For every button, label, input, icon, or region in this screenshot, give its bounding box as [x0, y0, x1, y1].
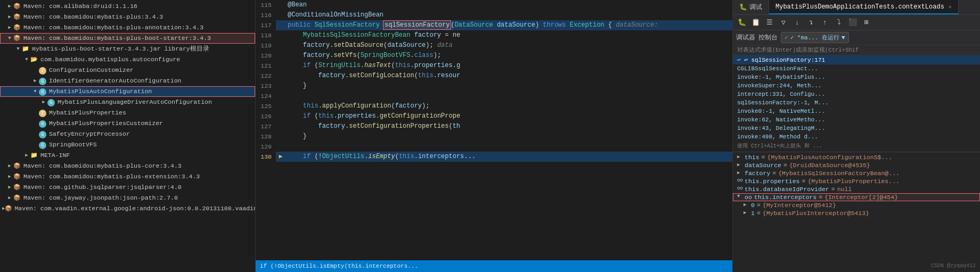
debug-tab-debugger[interactable]: 🐛 调试 — [733, 0, 769, 14]
expand-arrow: ▶ — [737, 154, 742, 160]
expand-arrow: oo — [737, 178, 742, 183]
var-val: {Interceptor[2]@454} — [824, 194, 898, 201]
bottom-bar-text: if (!ObjectUtils.isEmpty(this.intercepto… — [260, 263, 418, 269]
line-content-123: } — [285, 81, 307, 91]
var-item-factory[interactable]: ▶ factory = {MybatisSqlSessionFactoryBea… — [733, 169, 980, 177]
call-back-icon: ↩ — [737, 57, 741, 63]
debug-tab-label: 调试 — [749, 3, 762, 12]
vars-panel: ▶ this = {MybatisPlusAutoConfigurationS$… — [733, 153, 980, 272]
call-stack-active[interactable]: ↩ ↩ sqlSessionFactory:171 — [733, 55, 980, 64]
step-into-icon: ↴ — [809, 18, 813, 27]
tree-item-druid[interactable]: ▶ 📦 Maven: com.alibaba:druid:1.1.16 — [0, 1, 255, 12]
call-item-1[interactable]: invoke:-1, MybatisPlus... — [733, 73, 980, 81]
call-item-4[interactable]: sqlSessionFactory:-1, M... — [733, 98, 980, 107]
debug-btn-console[interactable]: 📋 — [750, 17, 762, 28]
tree-item-mybatis-annotation[interactable]: ▶ 📦 Maven: com.baomidou:mybatis-plus-ann… — [0, 22, 255, 33]
tree-item-mybatis-plus[interactable]: ▶ 📦 Maven: com.baomidou:mybatis-plus:3.4… — [0, 12, 255, 22]
debug-btn-run-to[interactable]: ⤵ — [833, 17, 845, 28]
tree-item-extension[interactable]: ▶ 📦 Maven: com.baomidou:mybatis-plus-ext… — [0, 171, 255, 182]
debug-btn-step-out[interactable]: ↑ — [819, 17, 831, 28]
line-content-115: @Bean — [285, 0, 307, 10]
var-name: 0 — [751, 202, 755, 209]
tree-item-jsonpath[interactable]: ▶ 📦 Maven: com.jayway.jsonpath:json-path… — [0, 193, 255, 203]
tree-item-id-generator[interactable]: ▶ G IdentifierGeneratorAutoConfiguration — [0, 76, 255, 86]
var-name: factory — [745, 170, 770, 177]
maven-icon: 📦 — [13, 162, 21, 170]
var-eq: = — [831, 186, 835, 193]
code-line-124: 124 — [256, 91, 732, 101]
line-number: 118 — [256, 30, 276, 40]
call-item-7[interactable]: invoke:43, DelegatingM... — [733, 124, 980, 133]
var-item-dbprovider[interactable]: oo this.databaseIdProvider = null — [733, 185, 980, 193]
line-number: 120 — [256, 51, 276, 61]
tree-arrow: ▼ — [23, 55, 30, 64]
var-val: {MybatisPlusProperties... — [807, 178, 900, 185]
debugger-label: 调试器 — [736, 34, 755, 42]
call-item-0[interactable]: CGLIBSsqlSessionFact... — [733, 64, 980, 73]
line-number: 128 — [256, 131, 276, 142]
debug-btn-debug[interactable]: 🐛 — [736, 17, 748, 28]
tree-item-jsqlparser[interactable]: ▶ 📦 Maven: com.github.jsqlparser:jsqlpar… — [0, 182, 255, 193]
tree-arrow: ▼ — [6, 34, 13, 43]
debug-btn-step-over[interactable]: ↓ — [791, 17, 803, 28]
line-number: 124 — [256, 91, 276, 101]
debug-btn-step-into[interactable]: ↴ — [805, 17, 817, 28]
call-item-0-text: CGLIBSsqlSessionFact... — [737, 65, 818, 72]
tree-item-jar[interactable]: ▼ 📁 mybatis-plus-boot-starter-3.4.3.jar … — [0, 44, 255, 54]
line-number: 126 — [256, 111, 276, 121]
var-item-interceptor-1[interactable]: ▶ 1 = {MybatisPlusInterceptor@5413} — [733, 209, 980, 217]
var-val: {MybatisSqlSessionFactoryBean@... — [778, 170, 900, 177]
tree-arrow: ▶ — [32, 76, 38, 86]
debug-tab-close[interactable]: ✕ — [949, 4, 952, 10]
tree-arrow: ▼ — [15, 44, 21, 54]
tree-item-mybatis-auto-config[interactable]: ▼ G MybatisPlusAutoConfiguration — [0, 86, 255, 97]
call-item-8[interactable]: invoke:498, Method d... — [733, 133, 980, 141]
call-stack-active-label: ↩ sqlSessionFactory:171 — [744, 57, 825, 63]
tree-item-core[interactable]: ▶ 📦 Maven: com.baomidou:mybatis-plus-cor… — [0, 161, 255, 171]
debugger-icon: 🐛 — [738, 18, 746, 27]
call-item-2[interactable]: invokeSuper:244, Meth... — [733, 81, 980, 90]
tree-item-spring-boot-vfs[interactable]: G SpringBootVFS — [0, 139, 255, 150]
tree-item-meta-inf[interactable]: ▶ 📁 META-INF — [0, 150, 255, 161]
class-icon: G — [47, 98, 55, 106]
tree-item-android-json[interactable]: ▶ 📦 Maven: com.vaadin.external.google:an… — [0, 203, 255, 214]
call-item-3-text: intercept:331, Configu... — [737, 91, 825, 97]
call-item-5[interactable]: invoke0:-1, NativeMetl... — [733, 107, 980, 116]
line-content-122: factory.setConfigLocation(this.resour — [285, 71, 460, 81]
menu-icon: ☰ — [766, 18, 773, 27]
debug-tab-test[interactable]: MybatisPlusDemoApplicationTests.contextL… — [769, 0, 959, 14]
debug-btn-menu[interactable]: ☰ — [764, 17, 775, 28]
debug-tab-test-label: MybatisPlusDemoApplicationTests.contextL… — [775, 3, 944, 11]
tree-item-mybatis-props[interactable]: I MybatisPlusProperties — [0, 108, 255, 118]
tree-arrow: ▶ — [6, 23, 13, 32]
console-icon: 📋 — [752, 18, 760, 27]
var-item-properties[interactable]: oo this.properties = {MybatisPlusPropert… — [733, 177, 980, 185]
maven-icon: 📦 — [5, 204, 12, 213]
code-line-128: 128 } — [256, 131, 732, 142]
var-item-datasource[interactable]: ▶ dataSource = {DruidDataSource@4535} — [733, 161, 980, 169]
line-number: 117 — [256, 20, 276, 30]
tree-arrow: ▶ — [6, 12, 13, 22]
debug-btn-filter[interactable]: ▽ — [778, 17, 789, 28]
code-editor: 115 @Bean 116 @ConditionalOnMissingBean … — [256, 0, 732, 272]
var-eq: = — [772, 170, 776, 177]
var-item-this[interactable]: ▶ this = {MybatisPlusAutoConfigurationS$… — [733, 153, 980, 161]
tree-item-config-customizer[interactable]: I ConfigurationCustomizer — [0, 65, 255, 76]
tree-item-props-customizer[interactable]: G MybatisPlusPropertiesCustomizer — [0, 118, 255, 129]
code-line-125: 125 this.applyConfiguration(factory); — [256, 101, 732, 111]
debug-btn-grid[interactable]: ⊞ — [861, 17, 872, 28]
gutter-130: ▶ — [276, 152, 285, 162]
var-item-interceptor-0[interactable]: ▶ 0 = {MyInterceptor@5412} — [733, 201, 980, 209]
tree-item-autoconfigure[interactable]: ▼ 📂 com.baomidou.mybatisplus.autoconfigu… — [0, 54, 255, 65]
call-item-3[interactable]: intercept:331, Configu... — [733, 90, 980, 98]
tree-item-mybatis-boot-starter[interactable]: ▼ 📦 Maven: com.baomidou:mybatis-plus-boo… — [0, 33, 255, 44]
debug-btn-stop[interactable]: ⬛ — [847, 17, 859, 28]
call-item-6[interactable]: invoke:62, NativeMetho... — [733, 116, 980, 124]
tree-item-safety-encrypt[interactable]: G SafetyEncryptProcessor — [0, 129, 255, 139]
var-item-interceptors[interactable]: ▼ oo this.interceptors = {Interceptor[2]… — [733, 193, 980, 201]
tree-item-lang-driver[interactable]: ▶ G MybatisPlusLanguageDriverAutoConfigu… — [0, 97, 255, 108]
running-dropdown[interactable]: ✓ ✓ *ma... 在运行 ▼ — [781, 32, 849, 43]
var-name: 1 — [751, 210, 755, 217]
class-icon: G — [38, 141, 47, 149]
expand-arrow: oo — [737, 186, 742, 191]
